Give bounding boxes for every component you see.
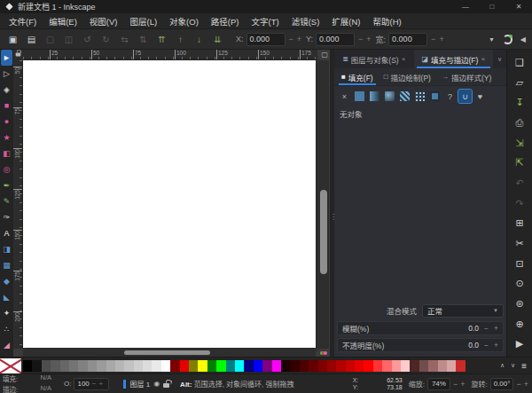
menu-item[interactable]: 文字(T)	[246, 15, 286, 28]
chevron-up-icon[interactable]: ∧	[500, 362, 505, 369]
palette-swatch[interactable]	[382, 360, 391, 372]
vertical-scrollbar-thumb[interactable]	[320, 190, 327, 274]
chevron-down-icon[interactable]: ∨	[511, 362, 515, 369]
box-3d-tool[interactable]: ◧	[1, 145, 12, 161]
palette-swatch[interactable]	[134, 360, 143, 372]
rotate-cw-button[interactable]: +	[524, 380, 528, 389]
opacity-slider[interactable]: 不透明度(%) 0.0 − +	[337, 338, 504, 352]
shape-builder-tool[interactable]: ◈	[1, 82, 12, 98]
paint-bucket-tool[interactable]: ◣	[1, 289, 12, 305]
palette-swatch[interactable]	[226, 360, 235, 372]
x-position-input[interactable]: 0.000	[246, 33, 286, 46]
palette-swatch[interactable]	[428, 360, 437, 372]
increment-button[interactable]: +	[366, 35, 371, 43]
palette-swatch[interactable]	[364, 360, 372, 372]
palette-swatch[interactable]	[170, 360, 179, 372]
menu-item[interactable]: 扩展(N)	[325, 15, 366, 28]
import-icon[interactable]: ⇲	[507, 133, 532, 153]
palette-menu-icon[interactable]: ≡	[521, 361, 527, 371]
palette-swatch[interactable]	[318, 360, 327, 372]
fill-linear-gradient-icon[interactable]	[368, 90, 381, 103]
gradient-tool[interactable]: ◨	[1, 241, 12, 257]
increment-button[interactable]: +	[297, 35, 301, 43]
select-all-icon[interactable]: ▣	[7, 35, 19, 44]
chevron-down-icon[interactable]: ∨	[493, 50, 506, 68]
palette-swatch[interactable]	[392, 360, 401, 372]
zoom-input[interactable]: 74%	[427, 378, 450, 390]
zoom-page-icon[interactable]: ⊕	[507, 314, 532, 334]
palette-swatch[interactable]	[51, 360, 59, 372]
decrement-button[interactable]: −	[431, 35, 435, 43]
zoom-in-button[interactable]: +	[460, 380, 465, 389]
menu-item[interactable]: 帮助(H)	[367, 15, 408, 28]
rotate-cw-icon[interactable]: ↻	[100, 35, 112, 44]
palette-swatch[interactable]	[69, 360, 78, 372]
raise-to-top-icon[interactable]: ⇈	[156, 35, 168, 44]
subtab-fill[interactable]: ■ 填充(F)	[337, 68, 378, 85]
zoom-drawing-icon[interactable]: ⊚	[507, 294, 532, 314]
opacity-input[interactable]: 100 − +	[74, 378, 109, 390]
zoom-out-button[interactable]: −	[453, 380, 458, 389]
minimize-button[interactable]: —	[452, 0, 479, 13]
snap-toggle-icon[interactable]	[503, 35, 512, 44]
fill-radial-gradient-icon[interactable]	[383, 90, 396, 103]
export-icon[interactable]: ⇱	[507, 153, 532, 173]
palette-swatch[interactable]	[438, 360, 447, 372]
eraser-tool[interactable]: ◢	[1, 337, 12, 353]
dropper-tool[interactable]: ◆	[1, 273, 12, 289]
fill-stroke-indicator[interactable]: 填充:N/A 描边:N/A	[0, 373, 55, 393]
subtab-stroke-style[interactable]: → 描边样式(Y)	[437, 68, 496, 85]
palette-swatch[interactable]	[32, 360, 41, 372]
flip-vertical-icon[interactable]: ⇅	[137, 35, 149, 44]
horizontal-ruler[interactable]: 255075100125150175200	[23, 50, 317, 60]
decrement-button[interactable]: −	[484, 341, 489, 350]
canvas-area[interactable]: 255075100125150175200 507510012515017520…	[13, 50, 330, 357]
palette-swatch[interactable]	[244, 360, 253, 372]
tab-fill-stroke[interactable]: ◪ 填充与描边(F) ×	[414, 50, 494, 68]
raise-icon[interactable]: ↑	[175, 35, 186, 44]
rectangle-tool[interactable]: ■	[1, 98, 12, 114]
node-tool[interactable]: ▷	[1, 66, 12, 82]
palette-swatch[interactable]	[161, 360, 170, 372]
cut-icon[interactable]: ✂	[507, 233, 532, 254]
ruler-lock-icon[interactable]	[16, 53, 21, 57]
palette-swatch[interactable]	[23, 360, 32, 372]
menu-item[interactable]: 视图(V)	[83, 15, 124, 28]
fill-none-icon[interactable]: ×	[338, 90, 351, 103]
more-commands-icon[interactable]: ▶	[507, 334, 532, 355]
palette-swatch[interactable]	[346, 360, 355, 372]
rotate-ccw-button[interactable]: −	[516, 380, 520, 389]
star-tool[interactable]: ★	[1, 130, 12, 145]
page-icon[interactable]: ▢	[321, 51, 328, 59]
horizontal-scrollbar[interactable]	[23, 349, 316, 357]
fill-swatch-icon[interactable]	[428, 90, 442, 103]
unlock-icon[interactable]	[163, 383, 169, 388]
redo-icon[interactable]: ↷	[507, 193, 532, 214]
palette-swatch[interactable]	[143, 360, 152, 372]
palette-swatch[interactable]	[327, 360, 336, 372]
lower-to-bottom-icon[interactable]: ⇊	[212, 35, 223, 44]
increment-button[interactable]: +	[494, 341, 498, 350]
menu-item[interactable]: 路径(P)	[205, 15, 246, 28]
increment-button[interactable]: +	[494, 324, 498, 333]
tab-layers-objects[interactable]: ≣ 图层与对象(S) ×	[334, 50, 414, 68]
select-inverse-icon[interactable]: ◫	[63, 35, 74, 44]
fill-unknown-icon[interactable]: ?	[443, 90, 457, 103]
palette-swatch[interactable]	[124, 360, 133, 372]
save-icon[interactable]: ↧	[507, 92, 532, 113]
fill-flat-color-icon[interactable]	[353, 90, 366, 103]
palette-swatch[interactable]	[106, 360, 115, 372]
palette-swatch[interactable]	[300, 360, 309, 372]
toolbar-overflow-icon[interactable]: ▼	[489, 36, 495, 43]
palette-swatch[interactable]	[447, 360, 456, 372]
selector-tool[interactable]: ►	[1, 50, 12, 66]
palette-swatch[interactable]	[78, 360, 87, 372]
palette-swatch[interactable]	[88, 360, 97, 372]
blur-slider[interactable]: 模糊(%) 0.0 − +	[337, 321, 504, 335]
menu-item[interactable]: 图层(L)	[123, 15, 163, 28]
palette-swatch[interactable]	[60, 360, 69, 372]
palette-swatch[interactable]	[336, 360, 345, 372]
layer-selector[interactable]: 图层 1	[129, 379, 150, 389]
palette-swatch[interactable]	[309, 360, 317, 372]
palette-swatch[interactable]	[456, 360, 465, 372]
